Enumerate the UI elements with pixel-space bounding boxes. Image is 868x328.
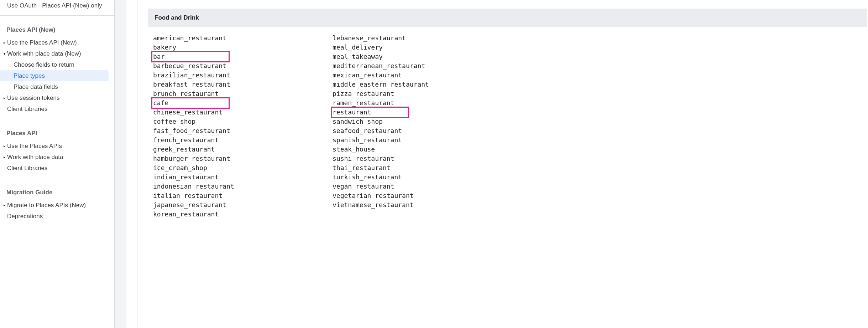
sidebar-item-work-with-place-data-new[interactable]: ▾ Work with place data (New) bbox=[0, 48, 114, 59]
chevron-right-icon: ▸ bbox=[2, 41, 6, 45]
chevron-right-icon: ▸ bbox=[2, 96, 6, 100]
place-type-value: fast_food_restaurant bbox=[152, 127, 231, 134]
place-type-value: japanese_restaurant bbox=[152, 201, 227, 209]
place-type-value: brazilian_restaurant bbox=[152, 71, 231, 79]
sidebar-item-label: Use session tokens bbox=[7, 94, 59, 102]
category-header-food-and-drink: Food and Drink bbox=[148, 9, 867, 27]
place-types-col-left: american_restaurantbakerybarbarbecue_res… bbox=[152, 34, 332, 219]
place-type-value: chinese_restaurant bbox=[152, 108, 223, 116]
place-type-value: ramen_restaurant bbox=[332, 99, 395, 107]
sidebar-section-migration-guide: Migration Guide bbox=[0, 183, 114, 200]
place-type-value: vegetarian_restaurant bbox=[332, 192, 414, 199]
place-type-value: french_restaurant bbox=[152, 136, 219, 144]
sidebar-item-client-libraries[interactable]: Client Libraries bbox=[0, 103, 114, 114]
sidebar-section-places-api: Places API bbox=[0, 123, 114, 140]
sidebar-item-use-places-apis[interactable]: ▸ Use the Places APIs bbox=[0, 140, 114, 152]
place-type-value: thai_restaurant bbox=[332, 164, 391, 171]
chevron-right-icon: ▸ bbox=[2, 155, 6, 159]
place-type-value: middle_eastern_restaurant bbox=[332, 81, 430, 88]
gutter bbox=[115, 0, 137, 328]
sidebar-item-label: Work with place data bbox=[7, 154, 63, 161]
sidebar-item-work-with-place-data[interactable]: ▸ Work with place data bbox=[0, 152, 114, 163]
divider bbox=[0, 178, 114, 178]
place-type-value: sandwich_shop bbox=[332, 118, 383, 125]
place-type-value: steak_house bbox=[332, 145, 376, 153]
sidebar-item-deprecations[interactable]: Deprecations bbox=[0, 211, 114, 222]
place-type-value: brunch_restaurant bbox=[152, 90, 219, 97]
place-types-table: american_restaurantbakerybarbarbecue_res… bbox=[148, 27, 868, 219]
sidebar-item-use-oauth[interactable]: Use OAuth - Places API (New) only bbox=[0, 0, 114, 11]
place-type-value: bar bbox=[151, 51, 230, 62]
sidebar-item-place-types[interactable]: Place types bbox=[0, 70, 109, 81]
place-type-value: indian_restaurant bbox=[152, 173, 219, 181]
place-type-value: breakfast_restaurant bbox=[152, 81, 231, 88]
sidebar-item-choose-fields[interactable]: Choose fields to return bbox=[0, 59, 114, 70]
place-type-value: pizza_restaurant bbox=[332, 90, 395, 97]
sidebar-item-label: Work with place data (New) bbox=[7, 50, 81, 57]
place-type-value: barbecue_restaurant bbox=[152, 62, 227, 70]
place-type-value: restaurant bbox=[331, 107, 409, 118]
place-type-value: indonesian_restaurant bbox=[152, 183, 235, 190]
place-types-col-right: lebanese_restaurantmeal_deliverymeal_tak… bbox=[332, 34, 511, 219]
sidebar: Use OAuth - Places API (New) only Places… bbox=[0, 0, 115, 328]
chevron-right-icon: ▸ bbox=[2, 144, 6, 148]
place-type-value: meal_takeaway bbox=[332, 53, 383, 60]
place-type-value: bakery bbox=[152, 43, 177, 51]
place-type-value: turkish_restaurant bbox=[332, 173, 403, 181]
place-type-value: vegan_restaurant bbox=[332, 183, 395, 190]
sidebar-item-migrate-places-apis-new[interactable]: ▸ Migrate to Places APIs (New) bbox=[0, 200, 114, 211]
place-type-value: mediterranean_restaurant bbox=[332, 62, 426, 70]
divider bbox=[0, 119, 114, 119]
sidebar-item-client-libraries-2[interactable]: Client Libraries bbox=[0, 163, 114, 174]
sidebar-item-label: Migrate to Places APIs (New) bbox=[7, 202, 86, 209]
place-type-value: coffee_shop bbox=[152, 118, 196, 125]
place-type-value: spanish_restaurant bbox=[332, 136, 403, 144]
sidebar-item-use-places-api-new[interactable]: ▸ Use the Places API (New) bbox=[0, 37, 114, 48]
place-type-value: italian_restaurant bbox=[152, 192, 223, 199]
chevron-down-icon: ▾ bbox=[2, 52, 6, 56]
divider bbox=[0, 15, 114, 16]
place-type-value: ice_cream_shop bbox=[152, 164, 208, 171]
place-type-value: cafe bbox=[151, 97, 230, 109]
place-type-value: greek_restaurant bbox=[152, 145, 215, 153]
sidebar-section-places-api-new: Places API (New) bbox=[0, 20, 114, 37]
sidebar-item-place-data-fields[interactable]: Place data fields bbox=[0, 81, 114, 92]
place-type-value: sushi_restaurant bbox=[332, 155, 395, 162]
sidebar-item-use-session-tokens[interactable]: ▸ Use session tokens bbox=[0, 92, 114, 103]
chevron-right-icon: ▸ bbox=[2, 203, 6, 207]
place-type-value: meal_delivery bbox=[332, 43, 383, 51]
main-content: Food and Drink american_restaurantbakery… bbox=[137, 0, 868, 328]
place-type-value: american_restaurant bbox=[152, 34, 227, 42]
place-type-value: korean_restaurant bbox=[152, 210, 219, 218]
place-type-value: seafood_restaurant bbox=[332, 127, 403, 134]
place-type-value: hamburger_restaurant bbox=[152, 155, 231, 162]
place-type-value: mexican_restaurant bbox=[332, 71, 403, 79]
place-type-value: vietnamese_restaurant bbox=[332, 201, 414, 209]
place-type-value: lebanese_restaurant bbox=[332, 34, 407, 42]
sidebar-item-label: Use the Places API (New) bbox=[7, 39, 77, 46]
sidebar-item-label: Use the Places APIs bbox=[7, 143, 62, 150]
